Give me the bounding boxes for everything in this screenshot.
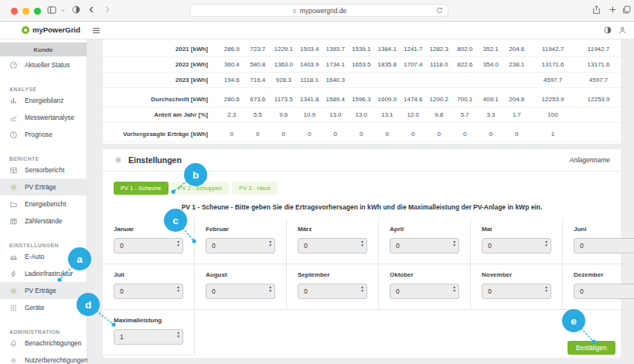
month-cell-juni: Juni0▴▾ [563,219,634,264]
sidebar-toggle-icon[interactable] [46,5,57,15]
month-input-november[interactable]: 0▴▾ [482,284,551,299]
month-input-value: 0 [206,242,216,250]
table-cell: 723.7 [245,46,271,53]
share-icon[interactable] [591,5,602,15]
table-cell: 1393.7 [322,46,349,53]
callout-d: d [77,293,100,316]
table-cell: 928.3 [271,77,297,83]
callout-e: e [562,309,585,332]
forward-icon[interactable] [102,5,112,15]
stepper-icon[interactable]: ▴▾ [453,285,455,293]
month-input-august[interactable]: 0▴▾ [206,284,275,299]
tab-overview-icon[interactable] [622,5,632,15]
tab-pv1-scheune[interactable]: PV 1 - Scheune [114,182,169,195]
clock-icon [9,131,18,139]
table-cell: 1384.1 [374,46,401,53]
max-power-input[interactable]: 1 ▴▾ [114,329,183,345]
new-tab-icon[interactable] [608,5,618,15]
stepper-icon[interactable]: ▴▾ [361,240,363,247]
close-window-button[interactable] [11,8,18,15]
sidebar-item-pv-ertraege-berichte[interactable]: PV Erträge [0,179,87,196]
settings-title: Einstellungen [128,155,182,165]
back-icon[interactable] [87,5,97,15]
theme-contrast-icon[interactable] [603,26,612,35]
table-cell: 1589.4 [322,96,349,103]
table-cell: 11942.7 [576,46,621,53]
month-cell-dezember: Dezember0▴▾ [563,264,634,310]
stepper-icon[interactable]: ▴▾ [453,240,455,247]
month-input-juni[interactable]: 0▴▾ [574,238,634,253]
sidebar-item-geraete[interactable]: Geräte [0,299,87,316]
hamburger-menu-icon[interactable] [91,26,101,36]
month-input-juli[interactable]: 0▴▾ [114,284,183,299]
month-input-value: 0 [390,242,400,250]
sidebar-item-prognose[interactable]: Prognose [0,126,87,143]
table-cell: 100 [530,111,576,118]
minimize-window-button[interactable] [22,8,29,15]
table-cell: 0 [504,131,530,138]
url-bar[interactable]: mypowergrid.de [189,4,448,17]
table-cell: 5.7 [452,111,479,118]
stepper-icon[interactable]: ▴▾ [177,285,179,293]
user-account-icon[interactable] [618,26,627,35]
stepper-icon[interactable]: ▴▾ [545,240,547,247]
meter-table-icon [9,217,18,226]
month-input-value: 0 [574,242,584,250]
table-cell: 1474.6 [401,96,427,103]
month-input-oktober[interactable]: 0▴▾ [390,284,459,299]
month-label: Juni [574,226,634,233]
month-input-september[interactable]: 0▴▾ [298,284,367,299]
sidebar-item-pv-ertraege-einstellungen[interactable]: PV Erträge [0,282,87,299]
sidebar-item-zaehlerstaende[interactable]: Zählerstände [0,213,87,230]
customer-label: Kunde [0,43,87,56]
zoom-window-button[interactable] [34,8,41,15]
stepper-icon[interactable]: ▴▾ [177,240,179,247]
month-cell-august: August0▴▾ [195,264,287,310]
stepper-icon[interactable]: ▴▾ [361,285,363,293]
table-cell: 1282.3 [426,46,452,53]
tab-pv3-haus[interactable]: PV 3 - Haus [232,182,277,195]
table-cell: 1539.1 [349,46,375,53]
table-row-label: 2023 [kWh] [103,77,219,83]
table-cell: 1118.1 [297,77,323,83]
month-input-februar[interactable]: 0▴▾ [206,238,275,253]
table-cell: 12.0 [401,111,427,118]
month-label: August [206,271,275,278]
reader-appearance-icon[interactable] [71,5,81,15]
sidebar-section-einstellungen: EINSTELLUNGEN [0,237,87,248]
sidebar-item-sensorbericht[interactable]: Sensorbericht [0,162,87,179]
table-cell: 1835.8 [374,61,401,68]
table-cell: 0 [219,131,245,138]
stepper-icon[interactable]: ▴▾ [269,285,271,293]
app-header: myPowerGrid [0,22,634,39]
month-input-value: 0 [298,287,308,295]
table-cell: 1363.0 [271,61,297,68]
table-cell: 9.8 [426,111,452,118]
confirm-button[interactable]: Bestätigen [568,341,615,355]
table-cell: 1596.3 [349,96,375,103]
sidebar-item-energiebilanz[interactable]: Energiebilanz [0,92,87,109]
stepper-icon[interactable]: ▴▾ [545,285,547,293]
stepper-icon[interactable]: ▴▾ [177,331,179,338]
stepper-icon[interactable]: ▴▾ [269,240,271,247]
lock-icon [291,8,298,14]
refresh-icon[interactable] [435,6,444,15]
sidebar-item-nutzerberechtigungen[interactable]: Nutzerberechtigungen [0,352,87,364]
table-cell: 13171.6 [530,61,576,68]
sidebar-item-messwertanalyse[interactable]: Messwertanalyse [0,109,87,126]
table-cell: 13.0 [322,111,349,118]
month-input-dezember[interactable]: 0▴▾ [574,284,634,299]
sidebar-item-energiebericht[interactable]: Energiebericht [0,196,87,213]
month-input-mai[interactable]: 0▴▾ [482,238,551,253]
sidebar-item-benachrichtigungen[interactable]: Benachrichtigungen [0,335,87,352]
folder-icon [9,200,18,209]
month-input-april[interactable]: 0▴▾ [390,238,459,253]
sidebar-item-aktueller-status[interactable]: Aktueller Status [0,56,87,73]
chevron-down-icon[interactable] [60,7,66,14]
month-input-januar[interactable]: 0▴▾ [114,238,183,253]
table-cell: 0 [374,131,401,138]
month-input-märz[interactable]: 0▴▾ [298,238,367,253]
table-cell: 1734.1 [322,61,349,68]
table-row: 2022 [kWh]360.4580.81363.01403.91734.116… [103,57,621,73]
max-power-row: Maximalleistung 1 ▴▾ [103,310,621,355]
